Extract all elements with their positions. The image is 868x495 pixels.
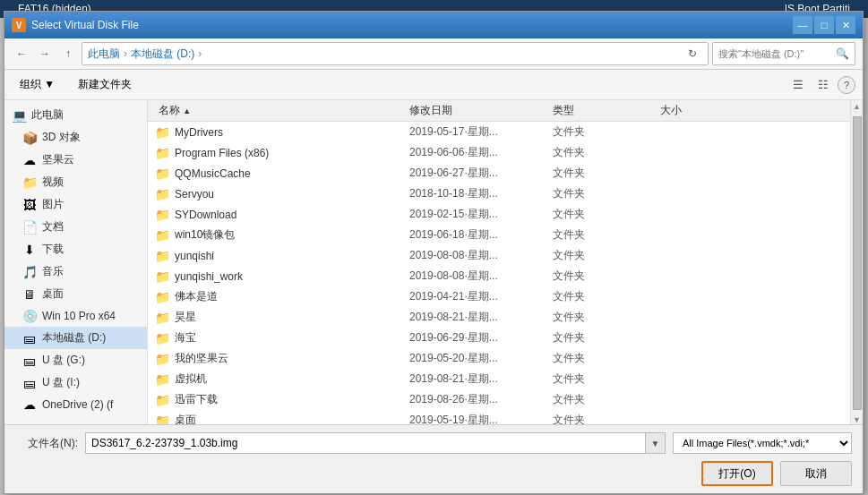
sidebar-item-jianguoyun[interactable]: ☁ 坚果云: [4, 149, 147, 171]
up-button[interactable]: ↑: [58, 44, 78, 64]
list-item[interactable]: 📁 海宝 2019-06-29·星期... 文件夹: [148, 328, 850, 348]
file-type: 文件夹: [553, 227, 660, 243]
list-item[interactable]: 📁 yunqishi 2019-08-08·星期... 文件夹: [148, 245, 850, 266]
file-date: 2019-05-20·星期...: [409, 351, 553, 366]
folder-icon: 📁: [155, 249, 169, 263]
folder-icon: 📁: [155, 269, 169, 284]
list-item[interactable]: 📁 迅雷下载 2019-08-26·星期... 文件夹: [148, 389, 850, 410]
sidebar-item-desktop[interactable]: 🖥 桌面: [4, 283, 147, 305]
sidebar-item-onedrive[interactable]: ☁ OneDrive (2) (f: [4, 394, 147, 415]
file-date: 2019-06-27·星期...: [409, 166, 553, 181]
sidebar-label-drive-g: U 盘 (G:): [42, 353, 85, 368]
search-box: 🔍: [712, 42, 855, 65]
address-path: 此电脑 › 本地磁盘 (D:) ›: [88, 47, 683, 62]
sidebar-item-drive-i[interactable]: 🖴 U 盘 (I:): [4, 371, 147, 394]
title-bar-controls: — □ ✕: [793, 16, 855, 34]
organize-button[interactable]: 组织 ▼: [12, 73, 63, 96]
disc-icon: 💿: [22, 309, 37, 323]
open-button[interactable]: 打开(O): [701, 461, 773, 486]
folder-icon: 📁: [155, 352, 169, 366]
file-date: 2019-08-08·星期...: [409, 248, 553, 263]
filetype-select[interactable]: All Image Files(*.vmdk;*.vdi;*: [674, 433, 851, 453]
path-drive[interactable]: 本地磁盘 (D:): [131, 47, 194, 62]
file-name: 昊星: [175, 310, 409, 325]
sidebar-item-downloads[interactable]: ⬇ 下载: [4, 238, 147, 260]
list-item[interactable]: 📁 win10镜像包 2019-06-18·星期... 文件夹: [148, 225, 850, 245]
path-sep-1: ›: [124, 47, 127, 60]
drive-i-icon: 🖴: [22, 376, 37, 390]
list-item[interactable]: 📁 MyDrivers 2019-05-17·星期... 文件夹: [148, 122, 850, 142]
minimize-button[interactable]: —: [793, 16, 812, 34]
sidebar-label-pictures: 图片: [42, 197, 64, 212]
sidebar-item-documents[interactable]: 📄 文档: [4, 216, 147, 238]
filename-input[interactable]: [86, 433, 645, 453]
sidebar-item-computer[interactable]: 💻 此电脑: [4, 104, 147, 126]
maximize-button[interactable]: □: [814, 16, 834, 34]
file-name: MyDrivers: [175, 126, 409, 139]
file-list: 📁 MyDrivers 2019-05-17·星期... 文件夹 📁 Progr…: [148, 122, 850, 424]
list-item[interactable]: 📁 QQMusicCache 2019-06-27·星期... 文件夹: [148, 163, 850, 183]
folder-icon: 📁: [155, 187, 169, 201]
sidebar-item-win10[interactable]: 💿 Win 10 Pro x64: [4, 305, 147, 327]
folder-icon: 📁: [155, 166, 169, 181]
file-date: 2019-06-29·星期...: [409, 330, 553, 346]
list-item[interactable]: 📁 yunqishi_work 2019-08-08·星期... 文件夹: [148, 266, 850, 286]
col-header-type[interactable]: 类型: [549, 103, 657, 118]
dialog-title: Select Virtual Disk File: [31, 19, 793, 31]
col-header-date[interactable]: 修改日期: [406, 103, 549, 118]
file-date: 2019-06-06·星期...: [409, 145, 553, 160]
refresh-button[interactable]: ↻: [683, 44, 702, 64]
file-name: 佛本是道: [175, 289, 409, 304]
path-computer[interactable]: 此电脑: [88, 47, 120, 62]
folder-icon: 📁: [155, 208, 169, 222]
file-name: 虚拟机: [175, 371, 409, 387]
sidebar-item-pictures[interactable]: 🖼 图片: [4, 193, 147, 216]
toolbar-right: ☰ ☷ ?: [787, 75, 855, 95]
close-button[interactable]: ✕: [836, 16, 855, 34]
title-bar: V Select Virtual Disk File — □ ✕: [4, 12, 863, 38]
sidebar: 💻 此电脑 📦 3D 对象 ☁ 坚果云 📁 视频 🖼 图片: [4, 100, 148, 424]
help-button[interactable]: ?: [838, 76, 855, 94]
file-type: 文件夹: [553, 248, 660, 263]
col-header-size[interactable]: 大小: [657, 103, 746, 118]
forward-button[interactable]: →: [35, 44, 55, 64]
address-bar: 此电脑 › 本地磁盘 (D:) › ↻: [82, 42, 709, 65]
list-item[interactable]: 📁 Program Files (x86) 2019-06-06·星期... 文…: [148, 142, 850, 163]
sidebar-item-drive-d[interactable]: 🖴 本地磁盘 (D:): [4, 327, 147, 349]
new-folder-button[interactable]: 新建文件夹: [70, 73, 140, 96]
file-date: 2019-08-08·星期...: [409, 269, 553, 284]
content-area: 💻 此电脑 📦 3D 对象 ☁ 坚果云 📁 视频 🖼 图片: [4, 100, 863, 424]
file-date: 2019-02-15·星期...: [409, 207, 553, 222]
filename-dropdown-button[interactable]: ▼: [645, 433, 665, 453]
back-button[interactable]: ←: [12, 44, 31, 64]
sidebar-item-3d[interactable]: 📦 3D 对象: [4, 126, 147, 149]
list-item[interactable]: 📁 昊星 2019-08-21·星期... 文件夹: [148, 307, 850, 328]
col-header-name[interactable]: 名称 ▲: [155, 103, 406, 118]
search-icon: 🔍: [836, 47, 849, 60]
list-item[interactable]: 📁 桌面 2019-05-19·星期... 文件夹: [148, 410, 850, 424]
list-item[interactable]: 📁 虚拟机 2019-08-21·星期... 文件夹: [148, 369, 850, 389]
list-item[interactable]: 📁 SYDownload 2019-02-15·星期... 文件夹: [148, 204, 850, 225]
sidebar-label-documents: 文档: [42, 219, 64, 235]
cancel-button-label: 取消: [805, 466, 827, 482]
search-input[interactable]: [718, 48, 832, 59]
file-date: 2019-04-21·星期...: [409, 289, 553, 304]
file-type: 文件夹: [553, 413, 660, 424]
folder-icon: 📁: [155, 414, 169, 425]
file-name: 海宝: [175, 330, 409, 346]
sidebar-item-video[interactable]: 📁 视频: [4, 171, 147, 193]
file-type: 文件夹: [553, 124, 660, 140]
scrollbar[interactable]: ▲ ▼: [850, 100, 863, 424]
view-details-button[interactable]: ☷: [812, 75, 834, 95]
cancel-button[interactable]: 取消: [780, 461, 852, 486]
view-list-button[interactable]: ☰: [787, 75, 809, 95]
list-item[interactable]: 📁 我的坚果云 2019-05-20·星期... 文件夹: [148, 348, 850, 369]
drive-g-icon: 🖴: [22, 354, 37, 368]
list-item[interactable]: 📁 佛本是道 2019-04-21·星期... 文件夹: [148, 286, 850, 307]
file-name: Servyou: [175, 188, 409, 201]
sidebar-item-music[interactable]: 🎵 音乐: [4, 260, 147, 283]
file-type: 文件夹: [553, 371, 660, 387]
list-item[interactable]: 📁 Servyou 2018-10-18·星期... 文件夹: [148, 183, 850, 204]
file-name: Program Files (x86): [175, 147, 409, 159]
sidebar-item-drive-g[interactable]: 🖴 U 盘 (G:): [4, 349, 147, 371]
